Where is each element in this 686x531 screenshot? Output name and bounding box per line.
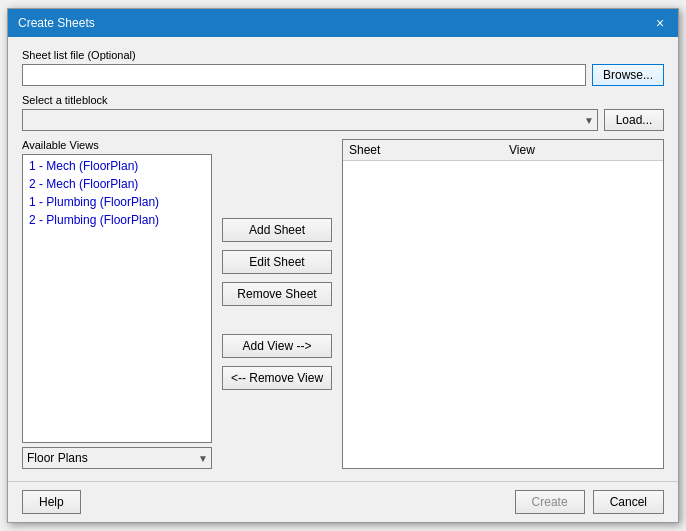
views-list[interactable]: 1 - Mech (FloorPlan) 2 - Mech (FloorPlan… <box>22 154 212 443</box>
footer-left: Help <box>22 490 81 514</box>
titleblock-select[interactable] <box>22 109 598 131</box>
col-view-header: View <box>509 143 657 157</box>
middle-panel: Add Sheet Edit Sheet Remove Sheet Add Vi… <box>212 139 342 469</box>
title-bar: Create Sheets × <box>8 9 678 37</box>
col-sheet-header: Sheet <box>349 143 509 157</box>
browse-button[interactable]: Browse... <box>592 64 664 86</box>
add-view-button[interactable]: Add View --> <box>222 334 332 358</box>
sheet-file-input-row: Browse... <box>22 64 664 86</box>
footer-right: Create Cancel <box>515 490 664 514</box>
create-button[interactable]: Create <box>515 490 585 514</box>
sheet-file-row: Sheet list file (Optional) Browse... <box>22 49 664 86</box>
titleblock-row: Select a titleblock ▼ Load... <box>22 94 664 131</box>
close-button[interactable]: × <box>652 15 668 31</box>
remove-view-button[interactable]: <-- Remove View <box>222 366 332 390</box>
list-item[interactable]: 1 - Plumbing (FloorPlan) <box>25 193 209 211</box>
list-item[interactable]: 2 - Mech (FloorPlan) <box>25 175 209 193</box>
edit-sheet-button[interactable]: Edit Sheet <box>222 250 332 274</box>
add-sheet-button[interactable]: Add Sheet <box>222 218 332 242</box>
dialog-content: Sheet list file (Optional) Browse... Sel… <box>8 37 678 481</box>
list-item[interactable]: 2 - Plumbing (FloorPlan) <box>25 211 209 229</box>
sheet-file-label: Sheet list file (Optional) <box>22 49 664 61</box>
views-filter-select[interactable]: Floor Plans <box>22 447 212 469</box>
cancel-button[interactable]: Cancel <box>593 490 664 514</box>
table-body <box>343 161 663 468</box>
left-panel: Available Views 1 - Mech (FloorPlan) 2 -… <box>22 139 212 469</box>
titleblock-label: Select a titleblock <box>22 94 664 106</box>
dialog-title: Create Sheets <box>18 16 95 30</box>
titleblock-select-wrapper: ▼ <box>22 109 598 131</box>
remove-sheet-button[interactable]: Remove Sheet <box>222 282 332 306</box>
load-button[interactable]: Load... <box>604 109 664 131</box>
list-item[interactable]: 1 - Mech (FloorPlan) <box>25 157 209 175</box>
help-button[interactable]: Help <box>22 490 81 514</box>
views-dropdown-row: Floor Plans ▼ <box>22 447 212 469</box>
sheet-file-input[interactable] <box>22 64 586 86</box>
main-area: Available Views 1 - Mech (FloorPlan) 2 -… <box>22 139 664 469</box>
views-filter-wrapper: Floor Plans ▼ <box>22 447 212 469</box>
right-panel: Sheet View <box>342 139 664 469</box>
titleblock-select-row: ▼ Load... <box>22 109 664 131</box>
table-header: Sheet View <box>343 140 663 161</box>
create-sheets-dialog: Create Sheets × Sheet list file (Optiona… <box>7 8 679 523</box>
dialog-footer: Help Create Cancel <box>8 481 678 522</box>
available-views-label: Available Views <box>22 139 212 151</box>
